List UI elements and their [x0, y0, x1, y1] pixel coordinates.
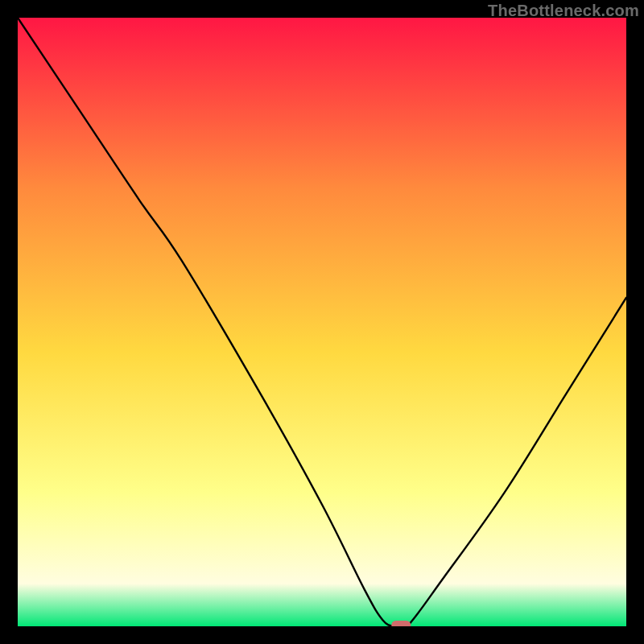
gradient-background — [18, 18, 626, 626]
bottleneck-chart — [18, 18, 626, 626]
plot-area — [18, 18, 626, 626]
chart-frame: TheBottleneck.com — [0, 0, 644, 644]
optimal-point-marker — [391, 621, 411, 626]
watermark-text: TheBottleneck.com — [488, 2, 639, 20]
